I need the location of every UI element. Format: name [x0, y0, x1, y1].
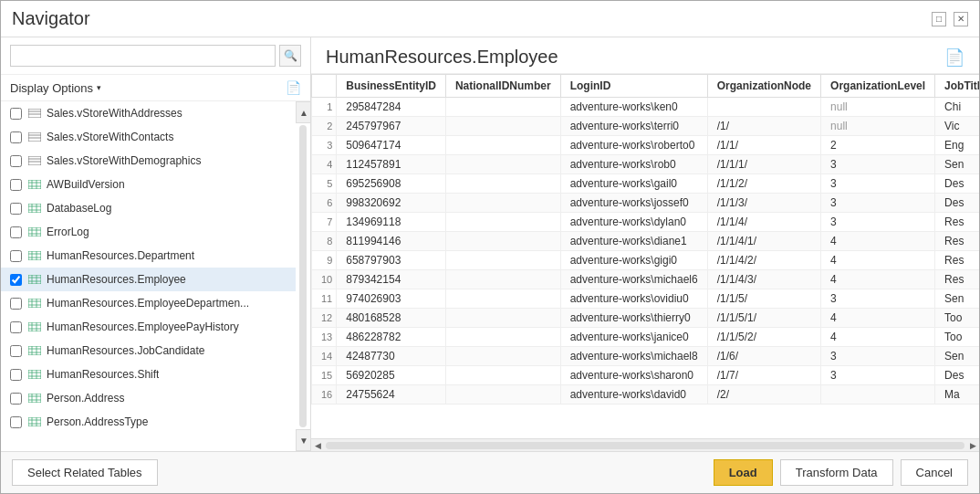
cell-organizationnode: /1/1/3/: [707, 194, 820, 213]
load-button[interactable]: Load: [714, 459, 773, 486]
col-header[interactable]: NationalIDNumber: [445, 75, 560, 98]
item-checkbox[interactable]: [10, 416, 22, 428]
scroll-down-button[interactable]: ▼: [296, 429, 310, 451]
display-options-label: Display Options: [10, 81, 93, 95]
search-input[interactable]: [10, 45, 276, 67]
sidebar-scroll-arrows: ▲ ▼: [296, 101, 310, 451]
sidebar-item[interactable]: HumanResources.Department: [1, 244, 296, 268]
col-header[interactable]: JobTitl: [935, 75, 979, 98]
sidebar-item[interactable]: DatabaseLog: [1, 196, 296, 220]
scroll-up-button[interactable]: ▲: [296, 101, 310, 123]
refresh-icon[interactable]: 📄: [286, 80, 301, 95]
col-header[interactable]: BusinessEntityID: [337, 75, 446, 98]
cell-organizationnode: /1/1/2/: [707, 174, 820, 194]
svg-rect-0: [28, 109, 41, 118]
item-checkbox[interactable]: [10, 203, 22, 215]
close-button[interactable]: ✕: [954, 12, 968, 26]
sidebar-item[interactable]: HumanResources.JobCandidate: [1, 339, 296, 363]
item-checkbox[interactable]: [10, 179, 22, 191]
row-number: 8: [312, 232, 337, 251]
view-icon: [27, 131, 42, 142]
item-checkbox[interactable]: [10, 226, 22, 238]
cell-organizationlevel: 4: [821, 309, 935, 328]
cell-loginid: adventure-works\gail0: [560, 174, 707, 194]
item-label: HumanResources.Shift: [47, 368, 159, 381]
cell-organizationlevel: 3: [821, 194, 935, 213]
col-header[interactable]: OrganizationLevel: [821, 75, 935, 98]
cell-businessentityid: 24755624: [337, 385, 446, 405]
sidebar-item[interactable]: ErrorLog: [1, 220, 296, 244]
display-options-button[interactable]: Display Options ▾: [10, 81, 101, 95]
sidebar-item[interactable]: Person.Address: [1, 386, 296, 410]
sidebar-item[interactable]: AWBuildVersion: [1, 173, 296, 196]
cell-loginid: adventure-works\dylan0: [560, 213, 707, 232]
item-label: AWBuildVersion: [47, 178, 125, 191]
table-row: 8811994146adventure-works\diane1/1/1/4/1…: [312, 232, 980, 251]
document-icon[interactable]: 📄: [944, 47, 964, 68]
cell-nationalidnumber: [445, 347, 560, 366]
sidebar-item[interactable]: Sales.vStoreWithContacts: [1, 125, 296, 149]
sidebar-item[interactable]: HumanResources.EmployeeDepartmen...: [1, 291, 296, 315]
search-button[interactable]: 🔍: [279, 45, 301, 67]
svg-rect-39: [28, 322, 41, 331]
sidebar-item[interactable]: Sales.vStoreWithDemographics: [1, 149, 296, 173]
item-checkbox[interactable]: [10, 298, 22, 310]
title-bar: Navigator □ ✕: [1, 1, 979, 37]
cell-organizationnode: /1/1/: [707, 136, 820, 155]
cell-organizationlevel: 4: [821, 328, 935, 347]
svg-rect-59: [28, 417, 41, 426]
minimize-button[interactable]: □: [932, 12, 946, 26]
horizontal-scrollbar[interactable]: ◀ ▶: [311, 438, 979, 451]
transform-data-button[interactable]: Transform Data: [780, 459, 893, 486]
cell-jobtitle: Res: [935, 232, 979, 251]
cell-businessentityid: 509647174: [337, 136, 446, 155]
content-area: 🔍 Display Options ▾ 📄 Sales.vStoreWithAd…: [1, 37, 979, 451]
scroll-track[interactable]: [326, 442, 964, 449]
row-number: 13: [312, 328, 337, 347]
sidebar-item[interactable]: HumanResources.EmployeePayHistory: [1, 315, 296, 339]
table-icon: [27, 203, 42, 214]
cell-jobtitle: Res: [935, 213, 979, 232]
col-header[interactable]: LoginID: [560, 75, 707, 98]
table-scroll-wrapper[interactable]: BusinessEntityIDNationalIDNumberLoginIDO…: [311, 74, 979, 438]
item-checkbox[interactable]: [10, 274, 22, 286]
item-checkbox[interactable]: [10, 155, 22, 167]
item-checkbox[interactable]: [10, 131, 22, 143]
item-checkbox[interactable]: [10, 345, 22, 357]
item-checkbox[interactable]: [10, 108, 22, 120]
item-checkbox[interactable]: [10, 250, 22, 262]
row-number: 15: [312, 366, 337, 385]
scroll-right-button[interactable]: ▶: [966, 439, 979, 452]
svg-rect-14: [28, 204, 41, 213]
item-checkbox[interactable]: [10, 369, 22, 381]
cell-organizationlevel: null: [821, 98, 935, 117]
table-row: 7134969118adventure-works\dylan0/1/1/4/3…: [312, 213, 980, 232]
sidebar-item[interactable]: Person.AddressType: [1, 410, 296, 434]
cancel-button[interactable]: Cancel: [901, 459, 968, 486]
select-related-tables-button[interactable]: Select Related Tables: [12, 459, 158, 486]
sidebar-list[interactable]: Sales.vStoreWithAddressesSales.vStoreWit…: [1, 101, 296, 451]
cell-businessentityid: 695256908: [337, 174, 446, 194]
sidebar: 🔍 Display Options ▾ 📄 Sales.vStoreWithAd…: [1, 37, 311, 451]
cell-nationalidnumber: [445, 385, 560, 405]
cell-jobtitle: Sen: [935, 289, 979, 309]
chevron-down-icon: ▾: [97, 83, 101, 92]
item-label: Sales.vStoreWithDemographics: [47, 154, 201, 167]
col-header[interactable]: OrganizationNode: [707, 75, 820, 98]
scroll-left-button[interactable]: ◀: [311, 439, 324, 452]
table-icon: [27, 345, 42, 356]
main-body: BusinessEntityIDNationalIDNumberLoginIDO…: [311, 74, 979, 451]
sidebar-item[interactable]: HumanResources.Employee: [1, 268, 296, 291]
cell-organizationnode: /1/: [707, 117, 820, 136]
sidebar-item[interactable]: Sales.vStoreWithAddresses: [1, 101, 296, 125]
cell-jobtitle: Eng: [935, 136, 979, 155]
cell-loginid: adventure-works\janice0: [560, 328, 707, 347]
view-icon: [27, 108, 42, 119]
display-options-bar: Display Options ▾ 📄: [1, 75, 310, 101]
item-checkbox[interactable]: [10, 393, 22, 405]
cell-loginid: adventure-works\david0: [560, 385, 707, 405]
sidebar-item[interactable]: HumanResources.Shift: [1, 363, 296, 386]
cell-loginid: adventure-works\thierry0: [560, 309, 707, 328]
item-checkbox[interactable]: [10, 321, 22, 333]
svg-rect-49: [28, 370, 41, 379]
